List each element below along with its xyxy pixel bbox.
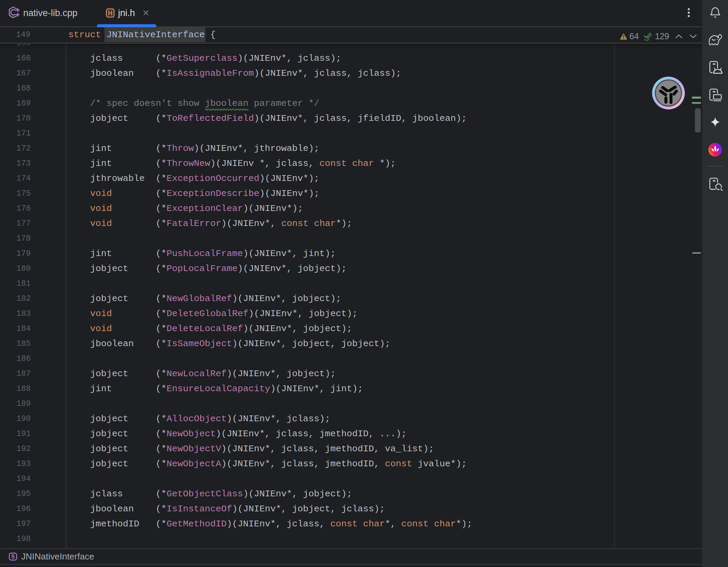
svg-text:S: S [11, 554, 15, 559]
